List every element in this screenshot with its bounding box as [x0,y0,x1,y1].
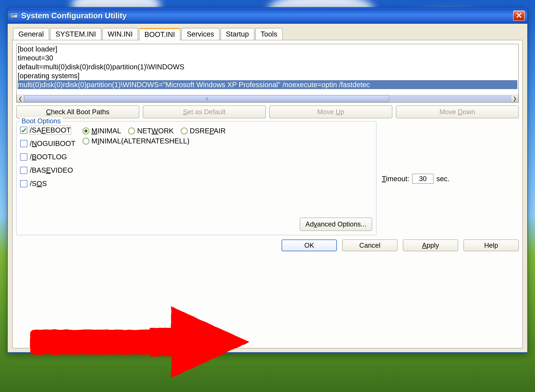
ok-button[interactable]: OK [282,239,337,251]
timeout-suffix: sec. [436,175,450,183]
minimal-radio[interactable]: MINIMAL [83,127,121,135]
timeout-input[interactable] [412,174,434,184]
bootini-content: [boot loader] timeout=30 default=multi(0… [17,44,518,95]
close-button[interactable] [513,10,525,21]
checkbox-icon [20,154,27,161]
tab-system-ini[interactable]: SYSTEM.INI [50,28,101,40]
checkbox-icon [20,180,27,187]
bootini-line[interactable]: timeout=30 [18,53,517,62]
timeout-field: Timeout: sec. [382,122,450,235]
apply-button[interactable]: Apply [403,239,458,251]
scroll-right-button[interactable]: ❯ [511,95,518,102]
tab-general[interactable]: General [13,28,49,40]
chevron-left-icon: ❮ [18,96,23,102]
noguiboot-checkbox[interactable]: /NOGUIBOOT [20,140,76,148]
radio-icon [83,128,89,134]
titlebar: System Configuration Utility [8,8,527,24]
scroll-left-button[interactable]: ❮ [17,95,24,102]
bootini-listbox[interactable]: [boot loader] timeout=30 default=multi(0… [16,44,519,103]
tab-tools[interactable]: Tools [255,28,283,40]
horizontal-scrollbar[interactable]: ❮ ❯ [17,95,518,102]
tabpanel-boot-ini: [boot loader] timeout=30 default=multi(0… [12,40,523,348]
chevron-right-icon: ❯ [513,96,517,102]
timeout-label: Timeout: [382,175,409,183]
window-title: System Configuration Utility [21,11,513,20]
close-icon [516,12,522,19]
radio-icon [83,138,89,145]
sos-checkbox[interactable]: /SOS [20,180,76,188]
minimal-alt-radio[interactable]: MINIMAL(ALTERNATESHELL) [83,137,189,145]
tab-startup[interactable]: Startup [221,28,254,40]
msconfig-window: System Configuration Utility General SYS… [7,7,528,353]
bootini-line[interactable]: default=multi(0)disk(0)rdisk(0)partition… [18,62,517,71]
bootlog-checkbox[interactable]: /BOOTLOG [20,153,76,161]
tab-win-ini[interactable]: WIN.INI [102,28,138,40]
boot-path-buttons: Check All Boot Paths Set as Default Move… [16,106,519,118]
basevideo-checkbox[interactable]: /BASEVIDEO [20,166,76,174]
radio-icon [128,128,135,134]
bootini-line[interactable]: [operating systems] [18,71,517,80]
tab-services[interactable]: Services [181,28,219,40]
client-area: General SYSTEM.INI WIN.INI BOOT.INI Serv… [8,24,527,352]
network-radio[interactable]: NETWORK [128,127,174,135]
checkbox-icon [20,127,27,134]
scroll-thumb[interactable] [24,95,389,102]
bootini-line[interactable]: [boot loader] [18,45,517,53]
scroll-track[interactable] [24,95,511,102]
move-up-button: Move Up [269,106,392,118]
bootini-line-selected[interactable]: multi(0)disk(0)rdisk(0)partition(1)\WIND… [18,80,517,89]
cancel-button[interactable]: Cancel [342,239,398,251]
check-all-boot-paths-button[interactable]: Check All Boot Paths [16,106,139,118]
svg-rect-1 [11,14,17,15]
tabstrip: General SYSTEM.INI WIN.INI BOOT.INI Serv… [12,28,523,40]
move-down-button: Move Down [396,106,519,118]
svg-rect-2 [11,15,15,16]
dialog-buttons: OK Cancel Apply Help [16,238,519,251]
tab-boot-ini[interactable]: BOOT.INI [139,28,180,40]
set-as-default-button: Set as Default [143,106,266,118]
checkbox-icon [20,167,27,174]
dsrepair-radio[interactable]: DSREPAIR [181,127,226,135]
checkbox-icon [20,140,27,147]
boot-options-legend: Boot Options [20,117,63,125]
boot-options-group: Boot Options /SAFEBOOT [16,121,376,235]
help-button[interactable]: Help [464,239,519,251]
advanced-options-button[interactable]: Advanced Options... [300,218,372,231]
svg-rect-3 [11,16,14,17]
app-icon [10,12,18,20]
safeboot-checkbox[interactable]: /SAFEBOOT [20,126,76,134]
radio-icon [181,128,188,134]
